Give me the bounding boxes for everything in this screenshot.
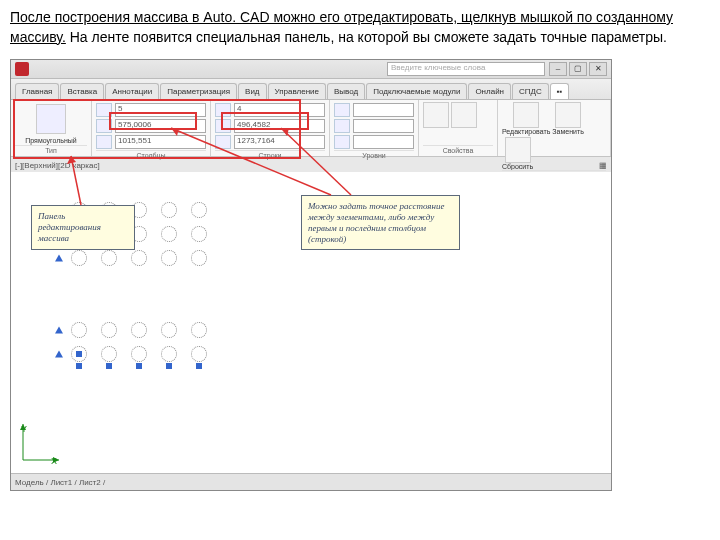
lvl-field3[interactable] [353, 135, 414, 149]
layout-tabs[interactable]: Модель / Лист1 / Лист2 / [15, 478, 105, 487]
rows-between-icon [215, 119, 231, 133]
callout-panel: Панель редактирования массива [31, 205, 135, 249]
cols-total-field[interactable]: 1015,551 [115, 135, 206, 149]
panel-cols-label: Столбцы [96, 150, 206, 159]
tab-view[interactable]: Вид [238, 83, 266, 99]
status-bar: Модель / Лист1 / Лист2 / [11, 473, 611, 490]
panel-rows-label: Строки [215, 150, 325, 159]
tab-parametric[interactable]: Параметризация [160, 83, 237, 99]
panel-levels-label: Уровни [334, 150, 414, 159]
rows-count-icon [215, 103, 231, 117]
panel-columns: 5 575,0006 1015,551 Столбцы [92, 100, 211, 156]
intro-rest: На ленте появится специальная панель, на… [66, 29, 667, 45]
tab-manage[interactable]: Управление [268, 83, 326, 99]
rows-total-field[interactable]: 1273,7164 [234, 135, 325, 149]
tab-spds[interactable]: СПДС [512, 83, 549, 99]
viewport-label: [-][Верхний][2D каркас] [15, 161, 100, 170]
cols-count-field[interactable]: 5 [115, 103, 206, 117]
window-buttons: – ▢ ✕ [549, 62, 607, 76]
tab-online[interactable]: Онлайн [468, 83, 511, 99]
rows-between-field[interactable]: 496,4582 [234, 119, 325, 133]
panel-levels: Уровни [330, 100, 419, 156]
panel-type-label: Тип [15, 145, 87, 154]
panel-type: Прямоугольный Тип [11, 100, 92, 156]
prop-btn1[interactable] [423, 102, 449, 128]
close-button[interactable]: ✕ [589, 62, 607, 76]
tab-annotate[interactable]: Аннотации [105, 83, 159, 99]
array-type-button[interactable] [36, 104, 66, 134]
panel-props-label: Свойства [423, 145, 493, 154]
callout-distance: Можно задать точное расстояние между эле… [301, 195, 460, 250]
ribbon: Прямоугольный Тип 5 575,0006 1015,551 Ст… [11, 100, 611, 157]
title-bar: Введите ключевые слова – ▢ ✕ [11, 60, 611, 79]
ucs-icon: Y X [21, 422, 61, 464]
replace-item-button[interactable] [555, 102, 581, 128]
tab-home[interactable]: Главная [15, 83, 59, 99]
autocad-screenshot: Введите ключевые слова – ▢ ✕ Главная Вст… [10, 59, 612, 491]
cols-count-icon [96, 103, 112, 117]
tab-insert[interactable]: Вставка [60, 83, 104, 99]
tab-output[interactable]: Вывод [327, 83, 365, 99]
lvl-field[interactable] [353, 103, 414, 117]
minimize-button[interactable]: – [549, 62, 567, 76]
reset-button[interactable] [505, 137, 531, 163]
edit-source-button[interactable] [513, 102, 539, 128]
rows-total-icon [215, 135, 231, 149]
cols-between-icon [96, 119, 112, 133]
viewcube-icon[interactable]: ▦ [599, 161, 607, 170]
array-type-label: Прямоугольный [15, 137, 87, 144]
tab-array[interactable]: ▪▪ [550, 83, 570, 99]
prop-btn2[interactable] [451, 102, 477, 128]
app-logo-icon [15, 62, 29, 76]
intro-text: После построения массива в Auto. CAD мож… [0, 0, 720, 55]
lvl-icon3 [334, 135, 350, 149]
panel-params: Редактировать Заменить Сбросить Параметр… [498, 100, 611, 156]
lvl-icon [334, 103, 350, 117]
rows-count-field[interactable]: 4 [234, 103, 325, 117]
lvl-icon2 [334, 119, 350, 133]
cols-between-field[interactable]: 575,0006 [115, 119, 206, 133]
panel-props: Свойства [419, 100, 498, 156]
ribbon-tabs: Главная Вставка Аннотации Параметризация… [11, 79, 611, 100]
tab-addins[interactable]: Подключаемые модули [366, 83, 467, 99]
cols-total-icon [96, 135, 112, 149]
maximize-button[interactable]: ▢ [569, 62, 587, 76]
help-search-input[interactable]: Введите ключевые слова [387, 62, 545, 76]
panel-rows: 4 496,4582 1273,7164 Строки [211, 100, 330, 156]
lvl-field2[interactable] [353, 119, 414, 133]
